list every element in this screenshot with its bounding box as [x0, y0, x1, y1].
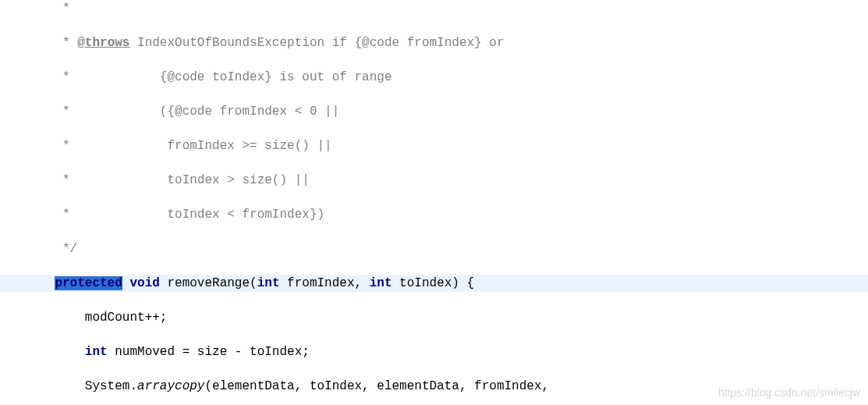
code-line-highlighted: protected void removeRange(int fromIndex…: [0, 275, 868, 292]
code-line: *: [0, 0, 868, 17]
javadoc-text: IndexOutOfBoundsException if {@code from…: [129, 36, 504, 50]
code-line: * toIndex > size() ||: [0, 172, 868, 189]
static-method: arraycopy: [137, 379, 204, 393]
javadoc-text: ({@code fromIndex < 0 ||: [70, 105, 340, 119]
javadoc-text: {@code toIndex} is out of range: [70, 70, 392, 84]
keyword-selected: protected: [55, 276, 122, 290]
code-line: * {@code toIndex} is out of range: [0, 69, 868, 86]
code-line: modCount++;: [0, 309, 868, 326]
code-line: * @throws IndexOutOfBoundsException if {…: [0, 34, 868, 52]
code-line: * toIndex < fromIndex}): [0, 206, 868, 223]
javadoc-tag: @throws: [77, 36, 129, 50]
indent: [25, 345, 85, 359]
javadoc-star: *: [62, 173, 70, 187]
code-line: * ({@code fromIndex < 0 ||: [0, 103, 868, 120]
javadoc-star: *: [62, 208, 70, 222]
code-text: System.: [25, 379, 137, 393]
param: fromIndex,: [279, 276, 369, 290]
keyword: int: [370, 276, 392, 290]
keyword: void: [129, 276, 159, 290]
code-text: modCount++;: [25, 311, 167, 325]
code-line: int numMoved = size - toIndex;: [0, 343, 868, 361]
keyword: int: [257, 276, 280, 290]
javadoc-star: *: [62, 105, 70, 119]
javadoc-star: *: [62, 2, 70, 16]
javadoc-star: *: [62, 139, 70, 153]
javadoc-star: *: [62, 36, 77, 50]
code-block: * * @throws IndexOutOfBoundsException if…: [0, 0, 868, 405]
javadoc-text: fromIndex >= size() ||: [70, 139, 332, 153]
space: [122, 276, 130, 290]
code-text: numMoved = size - toIndex;: [108, 345, 310, 359]
javadoc-text: toIndex < fromIndex}): [70, 208, 324, 222]
space: [160, 276, 168, 290]
method-name: removeRange(: [167, 276, 257, 290]
code-text: (elementData, toIndex, elementData, from…: [204, 379, 549, 393]
keyword: int: [85, 345, 108, 359]
javadoc-star: *: [62, 70, 70, 84]
code-line: System.arraycopy(elementData, toIndex, e…: [0, 378, 868, 395]
code-line: * fromIndex >= size() ||: [0, 137, 868, 155]
javadoc-end: */: [62, 242, 77, 256]
param: toIndex) {: [392, 276, 475, 290]
code-line: */: [0, 240, 868, 258]
javadoc-text: toIndex > size() ||: [70, 173, 310, 187]
